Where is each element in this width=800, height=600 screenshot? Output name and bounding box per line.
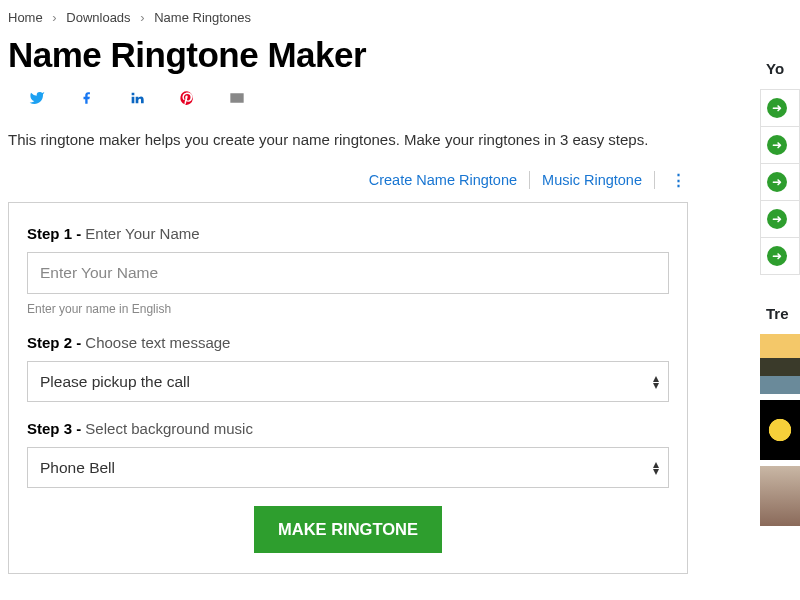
sidebar-heading-1: Yo <box>760 60 800 77</box>
sidebar-item[interactable]: ➜ <box>761 238 799 275</box>
thumbnail[interactable] <box>760 400 800 460</box>
tab-music-ringtone[interactable]: Music Ringtone <box>540 168 644 192</box>
divider <box>654 171 655 189</box>
step2-label: Step 2 - Choose text message <box>27 334 669 351</box>
arrow-right-icon: ➜ <box>767 172 787 192</box>
twitter-icon[interactable] <box>28 89 46 107</box>
page-description: This ringtone maker helps you create you… <box>8 131 752 148</box>
arrow-right-icon: ➜ <box>767 209 787 229</box>
pinterest-icon[interactable] <box>178 89 196 107</box>
chevron-right-icon: › <box>140 10 144 25</box>
breadcrumb-downloads[interactable]: Downloads <box>66 10 130 25</box>
sidebar-heading-2: Tre <box>760 305 800 322</box>
step1-label: Step 1 - Enter Your Name <box>27 225 669 242</box>
name-input-hint: Enter your name in English <box>27 302 669 316</box>
facebook-icon[interactable] <box>78 89 96 107</box>
sidebar-item[interactable]: ➜ <box>761 90 799 127</box>
divider <box>529 171 530 189</box>
sidebar-item[interactable]: ➜ <box>761 127 799 164</box>
step3-label: Step 3 - Select background music <box>27 420 669 437</box>
arrow-right-icon: ➜ <box>767 246 787 266</box>
name-input[interactable] <box>27 252 669 294</box>
background-music-select[interactable]: Phone Bell <box>27 447 669 488</box>
make-ringtone-button[interactable]: MAKE RINGTONE <box>254 506 442 553</box>
ringtone-form: Step 1 - Enter Your Name Enter your name… <box>8 202 688 574</box>
breadcrumb: Home › Downloads › Name Ringtones <box>8 10 752 25</box>
tabs: Create Name Ringtone Music Ringtone ⋮ <box>8 168 752 192</box>
page-title: Name Ringtone Maker <box>8 35 752 75</box>
arrow-right-icon: ➜ <box>767 135 787 155</box>
breadcrumb-home[interactable]: Home <box>8 10 43 25</box>
linkedin-icon[interactable] <box>128 89 146 107</box>
breadcrumb-current: Name Ringtones <box>154 10 251 25</box>
sidebar-list: ➜ ➜ ➜ ➜ ➜ <box>760 89 800 275</box>
arrow-right-icon: ➜ <box>767 98 787 118</box>
tab-create-ringtone[interactable]: Create Name Ringtone <box>367 168 519 192</box>
sidebar-item[interactable]: ➜ <box>761 201 799 238</box>
thumbnail[interactable] <box>760 334 800 394</box>
email-icon[interactable] <box>228 89 246 107</box>
text-message-select[interactable]: Please pickup the call <box>27 361 669 402</box>
chevron-right-icon: › <box>52 10 56 25</box>
sidebar-item[interactable]: ➜ <box>761 164 799 201</box>
more-menu-icon[interactable]: ⋮ <box>665 172 692 188</box>
thumbnail[interactable] <box>760 466 800 526</box>
